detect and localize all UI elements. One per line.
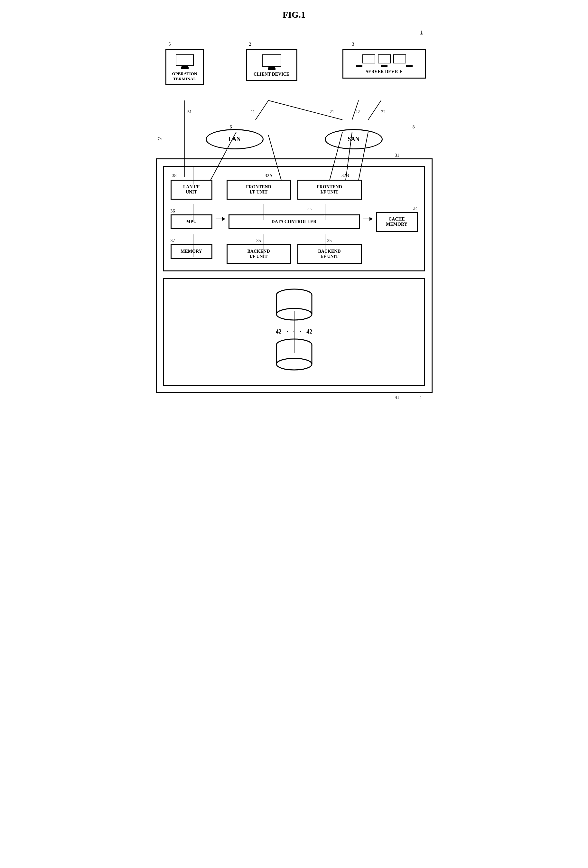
ref-3: 3 <box>352 42 354 47</box>
svg-text:21: 21 <box>330 109 334 114</box>
ref-37: 37 <box>171 238 175 244</box>
svg-line-10 <box>368 100 381 120</box>
ref-36: 36 <box>171 209 175 214</box>
dots: · <box>287 328 288 335</box>
ref-31: 31 <box>395 153 399 158</box>
svg-text:22: 22 <box>381 109 386 114</box>
client-device: 2 CLIENT DEVICE <box>246 49 298 81</box>
san-label: SAN <box>348 136 359 142</box>
ref-32b: 32B <box>342 173 349 179</box>
frontend-if-unit-a: FRONTENDI/F UNIT <box>227 180 291 199</box>
page-title: FIG.1 <box>156 10 433 20</box>
ref-1: 1 <box>420 30 423 35</box>
memory-unit: MEMORY <box>171 244 212 259</box>
ref-38: 38 <box>172 173 177 179</box>
ref-42b: 42 <box>307 328 312 335</box>
lan-label: LAN <box>228 136 240 142</box>
lan-ellipse: LAN <box>206 129 264 149</box>
svg-point-30 <box>277 358 312 370</box>
ref-41: 41 <box>395 395 399 400</box>
backend-if-unit-b: BACKENDI/F UNIT <box>298 244 362 264</box>
inner-controller: 38 32A 32B xx LAN I/FUNIT FRONTENDI/F UN… <box>163 166 425 272</box>
network-svg: 7~ <box>156 123 433 155</box>
server-device: 3 SERVER DEVICE <box>342 49 426 78</box>
cache-memory-unit: CACHEMEMORY <box>376 212 418 232</box>
svg-text:51: 51 <box>187 109 192 114</box>
cylinder-connector <box>294 311 295 353</box>
ref-5: 5 <box>169 42 171 47</box>
mpu-unit: MPU <box>171 214 212 229</box>
bottom-unit-row: 37 MEMORY 35 BACKENDI/F UNIT 35 BACKENDI… <box>171 238 418 264</box>
data-controller-unit: DATA CONTROLLER <box>228 214 360 229</box>
san-ellipse: SAN <box>325 129 383 149</box>
svg-text:7~: 7~ <box>158 137 162 142</box>
operation-terminal: 5 OPERATIONTERMINAL <box>165 49 204 85</box>
lan-if-unit: LAN I/FUNIT <box>171 180 212 199</box>
ref-42a: 42 <box>276 328 281 335</box>
ref-34: 34 <box>413 206 418 211</box>
ref-2: 2 <box>249 42 251 47</box>
ref-8: 8 <box>413 125 415 130</box>
svg-text:11: 11 <box>251 109 255 114</box>
network-layer: 6 LAN 8 SAN 7~ <box>156 123 433 155</box>
storage-system: 31 38 32A 32B xx LAN I/FUNIT FRONTENDI/F… <box>156 158 433 393</box>
ref-32a: 32A <box>265 173 273 179</box>
ref-35b: 35 <box>327 238 332 244</box>
dots3: · <box>300 328 302 335</box>
backend-if-unit-a: BACKENDI/F UNIT <box>227 244 291 264</box>
svg-line-6 <box>255 100 268 120</box>
svg-text:22: 22 <box>355 109 360 114</box>
top-devices-row: 5 OPERATIONTERMINAL 2 CLIENT DEVICE 3 <box>156 39 433 123</box>
middle-unit-row: 36 MPU xx DATA CONTROLLER <box>171 206 418 232</box>
svg-line-7 <box>268 100 342 120</box>
top-unit-row: LAN I/FUNIT FRONTENDI/F UNIT FRONTENDI/F… <box>171 180 418 199</box>
hdd-area: 42 · · · 42 <box>163 278 425 386</box>
ref-35a: 35 <box>256 238 261 244</box>
frontend-if-unit-b: FRONTENDI/F UNIT <box>298 180 362 199</box>
ref-4: 4 <box>420 395 422 400</box>
svg-line-9 <box>352 100 358 120</box>
diagram-container: FIG.1 1 5 OPERATIONTERMINAL 2 CLIENT DEV… <box>156 10 433 393</box>
